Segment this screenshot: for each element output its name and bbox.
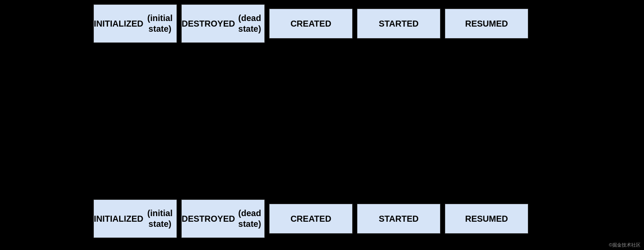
diagram-container: INITIALIZED (initial state) DESTROYED (d… [0,0,644,250]
state-started-top: STARTED [357,9,440,39]
state-resumed-bottom: RESUMED [445,204,528,234]
state-started-bottom: STARTED [357,204,440,234]
row-bottom: INITIALIZED (initial state) DESTROYED (d… [0,199,644,238]
state-resumed-top: RESUMED [445,9,528,39]
state-destroyed-bottom: DESTROYED (dead state) [181,199,265,238]
row-top: INITIALIZED (initial state) DESTROYED (d… [0,4,644,43]
watermark: ©掘金技术社区 [609,242,641,248]
state-initialized-bottom: INITIALIZED (initial state) [93,199,177,238]
state-initialized-top: INITIALIZED (initial state) [93,4,177,43]
state-created-bottom: CREATED [269,204,353,234]
state-created-top: CREATED [269,9,353,39]
state-destroyed-top: DESTROYED (dead state) [181,4,265,43]
